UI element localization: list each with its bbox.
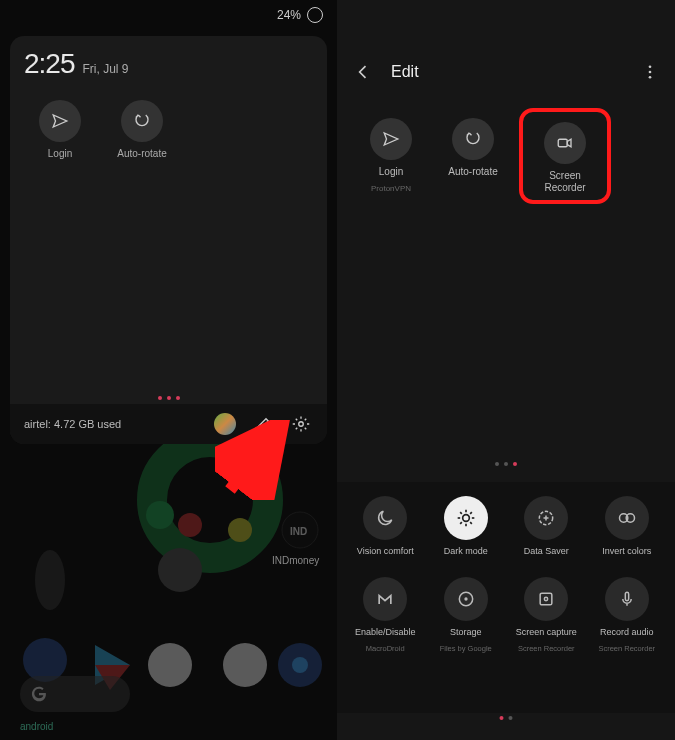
invert-icon (605, 496, 649, 540)
svg-point-3 (146, 501, 174, 529)
tile-sublabel: Files by Google (440, 644, 492, 653)
svg-rect-52 (625, 592, 628, 600)
svg-point-1 (178, 513, 202, 537)
edit-tile-login[interactable]: Login ProtonVPN (355, 118, 427, 204)
svg-point-11 (278, 643, 322, 687)
edit-button[interactable] (251, 412, 275, 436)
mic-icon (605, 577, 649, 621)
rotate-icon (452, 118, 494, 160)
m-icon (363, 577, 407, 621)
svg-line-41 (460, 512, 462, 514)
svg-rect-35 (558, 139, 567, 147)
svg-point-0 (152, 442, 268, 558)
data-usage-text[interactable]: airtel: 4.72 GB used (24, 418, 199, 430)
tile-vision-comfort[interactable]: Vision comfort (349, 496, 421, 557)
tile-sublabel: MacroDroid (366, 644, 405, 653)
clock-time[interactable]: 2:25 (24, 48, 75, 80)
tile-label: Dark mode (444, 546, 488, 557)
svg-line-31 (230, 438, 270, 490)
svg-point-9 (148, 643, 192, 687)
svg-point-2 (228, 518, 252, 542)
battery-icon (307, 7, 323, 23)
clock-date: Fri, Jul 9 (83, 62, 129, 76)
tile-label: Record audio (600, 627, 654, 638)
overflow-menu[interactable] (641, 63, 659, 81)
qs-label: Auto-rotate (117, 148, 166, 159)
tile-label: Invert colors (602, 546, 651, 557)
qs-label: Login (48, 148, 72, 159)
tile-label: Screen Recorder (529, 170, 601, 194)
edit-tile-screen-recorder[interactable]: Screen Recorder (519, 108, 611, 204)
quick-settings-panel: 2:25 Fri, Jul 9 Login Auto-rotate (10, 36, 327, 444)
sun-icon (444, 496, 488, 540)
moon-icon (363, 496, 407, 540)
tile-storage[interactable]: Storage Files by Google (430, 577, 502, 653)
page-indicator-top (158, 396, 180, 400)
svg-rect-50 (540, 593, 552, 605)
video-icon (544, 122, 586, 164)
back-button[interactable] (353, 62, 373, 82)
edit-tile-autorotate[interactable]: Auto-rotate (437, 118, 509, 204)
tile-label: Auto-rotate (448, 166, 497, 178)
page-title: Edit (391, 63, 641, 81)
svg-point-49 (464, 597, 467, 600)
svg-point-51 (545, 597, 548, 600)
tile-label: Screen capture (516, 627, 577, 638)
capture-icon (524, 577, 568, 621)
available-tiles-panel: Vision comfort Dark mode Data Saver Inve… (337, 482, 675, 713)
data-saver-icon (524, 496, 568, 540)
google-search-widget[interactable] (20, 676, 130, 712)
watermark-text: android (20, 721, 53, 732)
tile-macrodroid[interactable]: Enable/Disable MacroDroid (349, 577, 421, 653)
qs-tile-autorotate[interactable]: Auto-rotate (112, 100, 172, 159)
settings-button[interactable] (289, 412, 313, 436)
svg-point-32 (649, 65, 652, 68)
svg-line-42 (470, 522, 472, 524)
tile-invert-colors[interactable]: Invert colors (591, 496, 663, 557)
page-indicator-bottom (500, 716, 513, 720)
page-indicator-mid (495, 462, 517, 466)
tile-label: Vision comfort (357, 546, 414, 557)
battery-percent: 24% (277, 8, 301, 22)
svg-point-13 (282, 512, 318, 548)
svg-line-44 (470, 512, 472, 514)
tile-screen-capture[interactable]: Screen capture Screen Recorder (510, 577, 582, 653)
panel-footer: airtel: 4.72 GB used (10, 404, 327, 444)
tile-label: Login (379, 166, 403, 178)
disc-icon (444, 577, 488, 621)
svg-point-34 (649, 76, 652, 79)
tile-sublabel: Screen Recorder (598, 644, 655, 653)
tile-sublabel: Screen Recorder (518, 644, 575, 653)
app-label-indmoney: INDmoney (272, 555, 319, 566)
svg-point-5 (35, 550, 65, 610)
tile-data-saver[interactable]: Data Saver (510, 496, 582, 557)
qs-tile-login[interactable]: Login (30, 100, 90, 159)
svg-point-36 (462, 515, 469, 522)
tile-record-audio[interactable]: Record audio Screen Recorder (591, 577, 663, 653)
user-avatar[interactable] (213, 412, 237, 436)
tile-dark-mode[interactable]: Dark mode (430, 496, 502, 557)
svg-point-12 (292, 657, 308, 673)
send-icon (370, 118, 412, 160)
rotate-icon (121, 100, 163, 142)
tile-label: Storage (450, 627, 482, 638)
svg-line-43 (460, 522, 462, 524)
svg-point-33 (649, 71, 652, 74)
send-icon (39, 100, 81, 142)
svg-point-4 (158, 548, 202, 592)
tile-label: Enable/Disable (355, 627, 416, 638)
svg-point-10 (223, 643, 267, 687)
status-bar: 24% (0, 0, 337, 30)
tile-sublabel: ProtonVPN (371, 184, 411, 193)
tile-label: Data Saver (524, 546, 569, 557)
svg-point-29 (299, 422, 304, 427)
svg-text:IND: IND (290, 526, 307, 537)
